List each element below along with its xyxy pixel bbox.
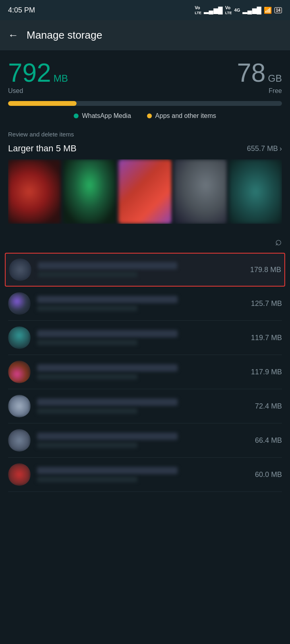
wifi-icon: 📶 [264,6,272,14]
chat-size-5: 72.4 MB [238,402,282,411]
thumbnail-3[interactable] [118,159,171,224]
apps-other-dot [147,114,152,118]
storage-summary: 792 MB Used 78 GB Free [8,60,282,95]
avatar-4 [8,361,31,383]
chat-size-6: 66.4 MB [238,436,282,445]
legend-whatsapp-media: WhatsApp Media [74,112,131,120]
back-button[interactable]: ← [8,29,19,41]
vo-lte-2-icon: VoLTE [225,5,232,15]
chat-info-1 [38,262,237,277]
chat-sub-blurred-5 [37,408,137,414]
page-title: Manage storage [27,29,102,41]
chat-sub-blurred-7 [37,477,137,482]
signal-bars-2: ▂▄▆█ [242,6,261,14]
chat-size-7: 60.0 MB [238,471,282,479]
thumbnails-row[interactable] [8,159,282,224]
chat-sub-blurred-6 [37,442,137,448]
thumbnail-2[interactable] [63,159,116,224]
status-bar: 4:05 PM VoLTE ▂▄▆█ VoLTE 4G ▂▄▆█ 📶 14 [0,0,290,20]
storage-legend: WhatsApp Media Apps and other items [8,112,282,120]
chat-info-5 [37,398,238,414]
thumbnail-5[interactable] [229,159,282,224]
main-content: 792 MB Used 78 GB Free WhatsApp Media Ap… [0,50,290,492]
thumbnail-1[interactable] [8,159,61,224]
chat-item-1[interactable]: 179.8 MB [5,253,285,287]
chat-info-2 [37,296,238,311]
signal-bars-1: ▂▄▆█ [204,6,223,14]
chat-name-blurred-7 [37,467,178,474]
whatsapp-media-label: WhatsApp Media [82,112,131,120]
chat-sub-blurred-1 [38,272,137,277]
chat-info-6 [37,433,238,448]
chat-item-6[interactable]: 66.4 MB [8,423,282,458]
chat-name-blurred-1 [38,262,177,269]
chat-size-3: 119.7 MB [238,334,282,342]
battery-icon: 14 [274,7,282,13]
storage-free: 78 GB Free [237,60,282,95]
free-label: Free [269,87,282,95]
chat-sub-blurred-2 [37,305,137,311]
chat-sub-blurred-4 [37,374,137,380]
chat-item-7[interactable]: 60.0 MB [8,458,282,492]
avatar-2 [8,292,31,315]
progress-fill [8,101,77,106]
vo-lte-icon: VoLTE [195,5,202,15]
thumbnail-4[interactable] [174,159,227,224]
free-number: 78 [237,60,265,86]
chat-name-blurred-5 [37,398,178,406]
chat-name-blurred-6 [37,433,178,440]
larger-than-size: 655.7 MB › [247,144,282,153]
chat-item-5[interactable]: 72.4 MB [8,389,282,423]
chat-size-2: 125.7 MB [238,299,282,308]
chat-item-3[interactable]: 119.7 MB [8,321,282,355]
legend-apps-other: Apps and other items [147,112,216,120]
search-row: ⌕ [8,232,282,251]
status-icons: VoLTE ▂▄▆█ VoLTE 4G ▂▄▆█ 📶 14 [195,5,282,15]
chat-info-4 [37,364,238,380]
avatar-5 [8,395,31,417]
chat-name-blurred-2 [37,296,178,303]
chevron-right-icon: › [280,144,282,153]
review-section-label: Review and delete items [8,131,282,138]
header: ← Manage storage [0,20,290,50]
storage-used: 792 MB Used [8,60,68,95]
status-time: 4:05 PM [8,6,35,14]
larger-than-title: Larger than 5 MB [8,143,77,154]
avatar-7 [8,463,31,486]
chat-item-2[interactable]: 125.7 MB [8,287,282,321]
avatar-6 [8,429,31,452]
chat-name-blurred-3 [37,330,178,337]
used-label: Used [8,87,68,95]
avatar-3 [8,326,31,349]
chat-list: 179.8 MB 125.7 MB 119.7 MB [8,253,282,492]
4g-icon: 4G [234,8,240,12]
chat-item-4[interactable]: 117.9 MB [8,355,282,389]
larger-than-row[interactable]: Larger than 5 MB 655.7 MB › [8,143,282,154]
storage-progress-bar [8,101,282,106]
search-icon[interactable]: ⌕ [275,235,282,248]
free-unit: GB [268,73,282,84]
whatsapp-media-dot [74,114,79,118]
chat-sub-blurred-3 [37,340,137,345]
used-number: 792 [8,60,51,86]
chat-name-blurred-4 [37,364,178,372]
used-unit: MB [54,73,68,84]
chat-info-3 [37,330,238,345]
chat-info-7 [37,467,238,482]
apps-other-label: Apps and other items [155,112,216,120]
chat-size-1: 179.8 MB [237,266,281,274]
chat-size-4: 117.9 MB [238,368,282,376]
avatar-1 [9,258,31,281]
